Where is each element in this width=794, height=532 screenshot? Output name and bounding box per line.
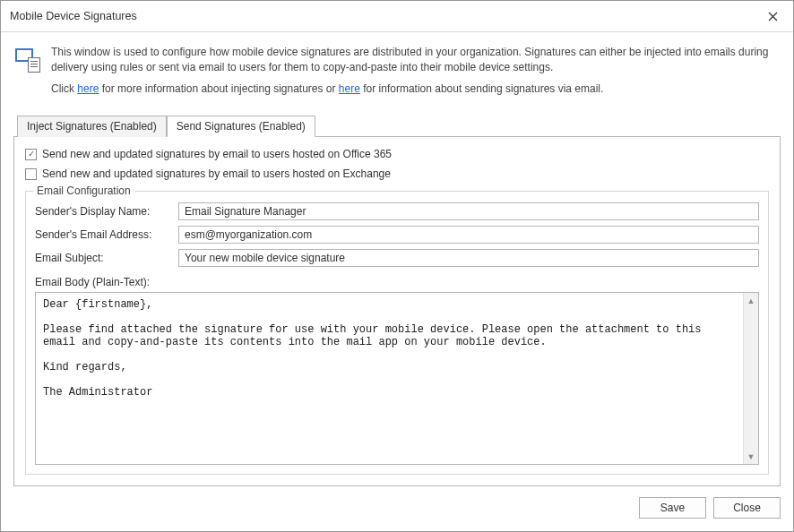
input-email-subject[interactable] — [178, 249, 759, 267]
email-body-wrap: Dear {firstname}, Please find attached t… — [35, 292, 759, 465]
send-help-link[interactable]: here — [339, 82, 360, 95]
input-sender-display-name[interactable] — [178, 202, 759, 220]
tabs: Inject Signatures (Enabled) Send Signatu… — [13, 115, 781, 136]
mobile-device-signatures-dialog: Mobile Device Signatures This window is … — [0, 0, 794, 532]
checkbox-office365-label: Send new and updated signatures by email… — [42, 148, 392, 160]
dialog-footer: Save Close — [1, 486, 793, 531]
tab-inject-signatures[interactable]: Inject Signatures (Enabled) — [17, 116, 167, 137]
dialog-body: This window is used to configure how mob… — [1, 32, 793, 486]
close-icon[interactable] — [759, 6, 786, 26]
email-configuration-group: Email Configuration Sender's Display Nam… — [25, 191, 769, 475]
label-sender-display-name: Sender's Display Name: — [35, 205, 169, 218]
scroll-down-icon[interactable]: ▼ — [744, 449, 759, 464]
label-email-body: Email Body (Plain-Text): — [35, 276, 759, 288]
row-sender-display-name: Sender's Display Name: — [35, 202, 759, 220]
label-email-subject: Email Subject: — [35, 252, 169, 264]
scroll-up-icon[interactable]: ▲ — [744, 293, 759, 308]
signature-document-icon — [15, 47, 40, 72]
titlebar: Mobile Device Signatures — [1, 1, 793, 32]
textarea-scrollbar[interactable]: ▲ ▼ — [743, 293, 758, 464]
inject-help-link[interactable]: here — [77, 82, 99, 95]
checkbox-exchange[interactable] — [25, 168, 37, 180]
row-email-subject: Email Subject: — [35, 249, 759, 267]
row-sender-email: Sender's Email Address: — [35, 226, 759, 244]
send-signatures-panel: Send new and updated signatures by email… — [13, 136, 781, 486]
group-legend: Email Configuration — [33, 184, 134, 197]
checkbox-office365[interactable] — [25, 149, 37, 160]
checkbox-exchange-label: Send new and updated signatures by email… — [42, 167, 391, 180]
tab-send-signatures[interactable]: Send Signatures (Enabled) — [167, 116, 315, 137]
label-sender-email: Sender's Email Address: — [35, 228, 169, 241]
window-title: Mobile Device Signatures — [10, 10, 137, 22]
close-button[interactable]: Close — [713, 497, 781, 519]
intro-section: This window is used to configure how mob… — [13, 43, 781, 111]
checkbox-row-exchange[interactable]: Send new and updated signatures by email… — [25, 167, 769, 180]
intro-text: This window is used to configure how mob… — [51, 45, 779, 102]
textarea-email-body[interactable]: Dear {firstname}, Please find attached t… — [36, 293, 743, 464]
checkbox-row-office365[interactable]: Send new and updated signatures by email… — [25, 148, 769, 160]
intro-paragraph-1: This window is used to configure how mob… — [51, 45, 779, 76]
intro-paragraph-2: Click here for more information about in… — [51, 82, 779, 97]
input-sender-email[interactable] — [178, 226, 759, 244]
save-button[interactable]: Save — [639, 497, 706, 519]
